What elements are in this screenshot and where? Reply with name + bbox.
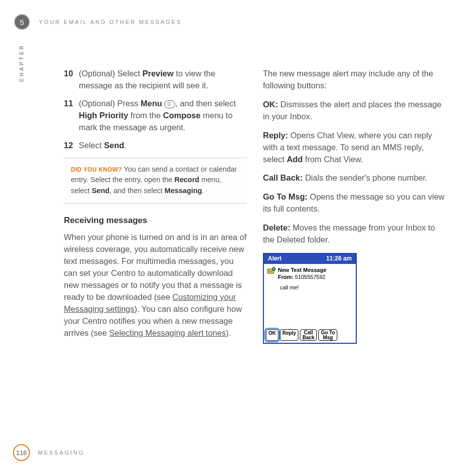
text: . (124, 141, 127, 150)
page-number-badge: 116 (13, 444, 30, 461)
text: ). (226, 328, 231, 337)
alert-from-value: 5105557592 (293, 274, 325, 280)
callout-label: DID YOU KNOW? (71, 166, 122, 173)
section-heading-receiving: Receiving messages (64, 215, 247, 227)
step-body: Select Send. (79, 140, 247, 152)
text: Dismisses the alert and places the messa… (263, 100, 442, 121)
text: Dials the sender's phone number. (303, 173, 428, 182)
step-10: 10 (Optional) Select Preview to view the… (64, 68, 247, 92)
did-you-know-callout: DID YOU KNOW? You can send a contact or … (64, 158, 247, 204)
step-body: (Optional) Press Menu , and then select … (79, 98, 247, 134)
text: . (202, 187, 204, 195)
term: Delete: (263, 223, 290, 232)
alert-reply-button[interactable]: Reply (280, 329, 298, 341)
step-number: 10 (64, 68, 75, 92)
definition-ok: OK: Dismisses the alert and places the m… (263, 99, 446, 123)
text: Select (79, 141, 104, 150)
menu-key-icon (164, 100, 175, 108)
page-header-title: YOUR EMAIL AND OTHER MESSAGES (39, 19, 182, 25)
bold-text: Menu (141, 99, 162, 108)
definition-delete: Delete: Moves the message from your Inbo… (263, 222, 446, 246)
step-number: 12 (64, 140, 75, 152)
footer-section-title: MESSAGING (38, 450, 85, 456)
bold-text: High Priority (79, 111, 128, 120)
bold-text: Compose (163, 111, 201, 120)
step-11: 11 (Optional) Press Menu , and then sele… (64, 98, 247, 134)
step-12: 12 Select Send. (64, 140, 247, 152)
text: When your phone is turned on and is in a… (64, 233, 246, 301)
bold-text: Messaging (165, 187, 202, 195)
term: Reply: (263, 131, 288, 140)
new-message-icon (267, 267, 276, 275)
left-column: 10 (Optional) Select Preview to view the… (64, 68, 247, 346)
term: Go To Msg: (263, 192, 308, 201)
alert-message-body: call me! (280, 284, 353, 292)
term: Call Back: (263, 173, 303, 182)
text: , and then select (109, 187, 164, 195)
definition-call-back: Call Back: Dials the sender's phone numb… (263, 172, 446, 184)
paragraph: When your phone is turned on and is in a… (64, 232, 247, 339)
step-body: (Optional) Select Preview to view the me… (79, 68, 247, 92)
text: from Chat View. (303, 155, 363, 164)
text: (Optional) Select (79, 69, 142, 78)
alert-call-back-button[interactable]: Call Back (300, 329, 317, 341)
bold-text: Preview (142, 69, 173, 78)
alert-from-label: From: (278, 274, 293, 280)
text: from the (128, 111, 163, 120)
step-number: 11 (64, 98, 75, 134)
alert-ok-button[interactable]: OK (266, 329, 278, 341)
definition-reply: Reply: Opens Chat View, where you can re… (263, 130, 446, 166)
link-selecting-alert-tones[interactable]: Selecting Messaging alert tones (109, 328, 226, 337)
right-column: The new message alert may include any of… (263, 68, 446, 346)
alert-headline: New Text Message (278, 267, 326, 274)
definition-go-to-msg: Go To Msg: Opens the message so you can … (263, 191, 446, 215)
alert-go-to-msg-button[interactable]: Go To Msg (318, 329, 337, 341)
bold-text: Send (104, 141, 124, 150)
paragraph: The new message alert may include any of… (263, 68, 446, 92)
alert-dialog: Alert 11:26 am New Text Message From: 51… (263, 253, 357, 344)
chapter-label: CHAPTER (19, 44, 24, 82)
text: , and then select (175, 99, 236, 108)
alert-title: Alert (268, 254, 281, 263)
chapter-number-badge: 5 (14, 14, 30, 30)
bold-text: Send (92, 187, 109, 195)
svg-point-1 (272, 267, 275, 270)
text: (Optional) Press (79, 99, 141, 108)
bold-text: Record (174, 176, 199, 184)
bold-text: Add (287, 155, 303, 164)
term: OK: (263, 100, 278, 109)
alert-time: 11:26 am (326, 254, 352, 263)
